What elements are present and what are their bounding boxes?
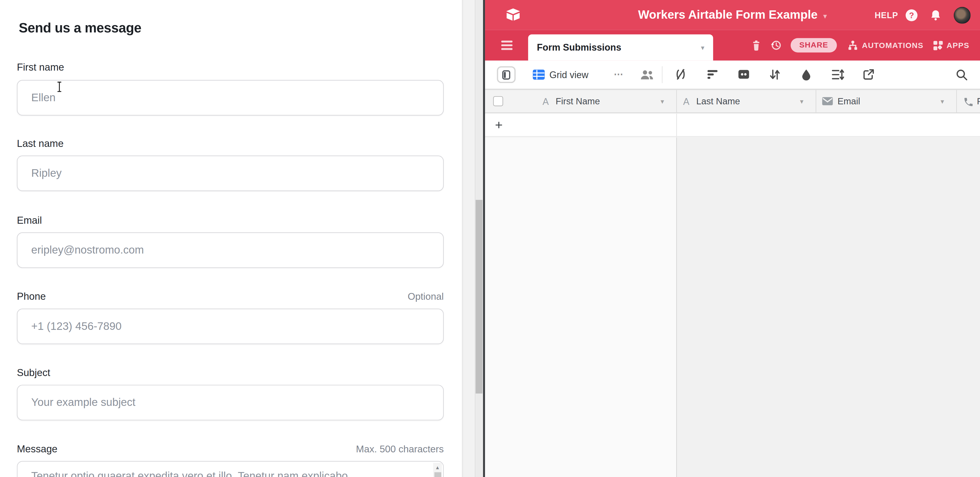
page-scrollbar-thumb[interactable]	[476, 200, 482, 393]
grid-view-icon[interactable]	[533, 69, 545, 80]
airtable-tablebar: Form Submissions ▾	[485, 30, 980, 61]
row-height-icon[interactable]	[831, 69, 845, 81]
grid-header-row: A First Name ▾ A Last Name ▾ Email ▾ Pho…	[485, 89, 980, 113]
first-name-input[interactable]	[17, 80, 444, 116]
subject-input[interactable]	[17, 385, 444, 420]
message-scrollbar-thumb[interactable]	[434, 472, 441, 477]
column-caret-icon[interactable]: ▾	[800, 90, 803, 113]
last-name-input[interactable]	[17, 155, 444, 191]
add-record-plus-icon[interactable]: +	[495, 114, 503, 135]
message-text: Tenetur optio quaerat expedita vero et i…	[31, 470, 422, 477]
share-button[interactable]: SHARE	[791, 38, 837, 52]
window-split-divider[interactable]	[483, 0, 485, 477]
add-record-row[interactable]: +	[485, 114, 980, 137]
apps-button[interactable]: APPS	[947, 41, 969, 50]
notifications-bell-icon[interactable]	[930, 9, 941, 21]
view-sidebar-toggle-button[interactable]	[497, 66, 515, 83]
filter-icon[interactable]	[706, 69, 719, 80]
grid-body-frozen-area	[485, 138, 676, 477]
table-tab-form-submissions[interactable]: Form Submissions ▾	[528, 34, 713, 60]
help-button[interactable]: HELP	[875, 10, 898, 20]
message-label-row: Message Max. 500 characters	[17, 444, 444, 455]
column-divider	[676, 114, 677, 137]
sidebar-toggle-icon	[502, 70, 511, 80]
column-divider[interactable]	[956, 90, 957, 113]
form-title: Send us a message	[19, 21, 141, 36]
message-textarea[interactable]: Tenetur optio quaerat expedita vero et i…	[17, 461, 444, 477]
grid-body[interactable]	[485, 138, 980, 477]
help-question-icon[interactable]: ?	[906, 9, 918, 21]
column-caret-icon[interactable]: ▾	[940, 90, 944, 113]
table-tab-label: Form Submissions	[537, 34, 621, 60]
last-name-label-row: Last name	[17, 138, 444, 149]
column-divider[interactable]	[676, 90, 677, 113]
apps-icon[interactable]	[932, 40, 943, 51]
sort-icon[interactable]	[768, 69, 781, 81]
grid-view-label[interactable]: Grid view	[549, 60, 589, 89]
tablebar-right-cluster: SHARE AUTOMATIONS	[742, 30, 969, 61]
airtable-window: Workers Airtable Form Example ▾ HELP ? F…	[485, 0, 980, 477]
text-cursor-pointer	[56, 81, 62, 92]
message-label: Message	[17, 444, 57, 455]
view-toolbar: Grid view ⋯	[485, 60, 980, 89]
view-more-menu[interactable]: ⋯	[614, 60, 624, 87]
base-title[interactable]: Workers Airtable Form Example	[638, 8, 818, 22]
column-header-first-name[interactable]: First Name	[556, 90, 600, 113]
email-field-icon	[822, 97, 833, 106]
table-tab-caret-icon[interactable]: ▾	[701, 34, 704, 60]
column-divider	[676, 138, 677, 477]
last-name-label: Last name	[17, 138, 64, 149]
select-all-checkbox[interactable]	[493, 96, 503, 106]
airtable-topbar: Workers Airtable Form Example ▾ HELP ?	[485, 0, 980, 30]
phone-input[interactable]	[17, 309, 444, 344]
column-header-phone[interactable]: Phone	[977, 90, 980, 113]
scroll-up-arrow-icon[interactable]: ▲	[433, 465, 442, 471]
column-header-email[interactable]: Email	[837, 90, 860, 113]
subject-label: Subject	[17, 367, 50, 379]
base-title-caret-icon[interactable]: ▾	[823, 10, 827, 20]
trash-icon[interactable]	[751, 40, 761, 51]
phone-label-row: Phone Optional	[17, 291, 444, 302]
hide-fields-icon[interactable]	[675, 69, 687, 81]
email-label-row: Email	[17, 215, 444, 226]
message-max-hint: Max. 500 characters	[356, 444, 444, 455]
phone-label: Phone	[17, 291, 46, 302]
first-name-label: First name	[17, 62, 64, 73]
phone-field-icon	[963, 97, 974, 108]
automations-icon[interactable]	[847, 40, 859, 51]
left-window-gutter	[463, 0, 475, 477]
user-avatar[interactable]	[954, 6, 970, 23]
group-icon[interactable]	[737, 69, 750, 80]
message-scrollbar[interactable]: ▲	[433, 463, 442, 477]
topbar-right-cluster: HELP ?	[875, 0, 970, 30]
email-label: Email	[17, 215, 42, 226]
automations-button[interactable]: AUTOMATIONS	[862, 41, 923, 50]
column-caret-icon[interactable]: ▾	[660, 90, 664, 113]
screenshot-stage: Send us a message First name Last name E…	[0, 0, 980, 477]
search-icon[interactable]	[956, 69, 968, 81]
column-header-last-name[interactable]: Last Name	[696, 90, 740, 113]
base-menu-icon[interactable]	[501, 41, 512, 52]
history-icon[interactable]	[770, 40, 782, 51]
first-name-label-row: First name	[17, 62, 444, 73]
subject-label-row: Subject	[17, 367, 444, 379]
share-view-icon[interactable]	[862, 69, 875, 81]
contact-form-window: Send us a message First name Last name E…	[0, 0, 463, 477]
column-divider[interactable]	[816, 90, 816, 113]
phone-optional-hint: Optional	[408, 291, 444, 302]
color-icon[interactable]	[800, 69, 813, 81]
text-field-icon: A	[542, 90, 549, 113]
toolbar-divider	[662, 66, 662, 83]
collaborators-icon[interactable]	[639, 70, 654, 80]
email-input[interactable]	[17, 232, 444, 268]
text-field-icon: A	[683, 90, 689, 113]
